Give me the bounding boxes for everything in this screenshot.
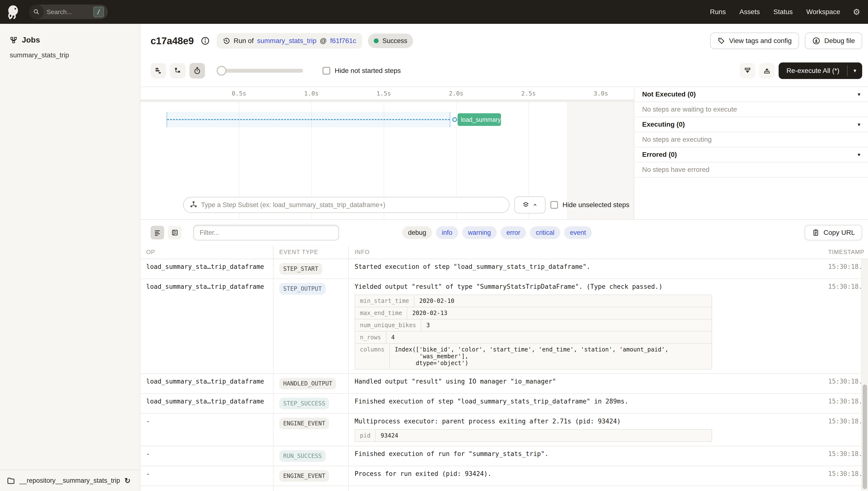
chevron-up-icon [532,202,538,208]
step-panel-section-header[interactable]: Errored (0)▾ [634,147,868,162]
section-title: Errored (0) [642,151,677,158]
view-tags-button[interactable]: View tags and config [710,33,799,49]
commit-link[interactable]: f61f761c [330,37,356,45]
log-row[interactable]: load_summary_sta…trip_dataframeHANDLED_O… [141,374,868,394]
collapse-panel-icon[interactable] [740,63,755,79]
level-chip-info[interactable]: info [436,226,458,239]
gear-icon[interactable]: ⚙ [853,8,860,16]
op-selector-icon [189,201,198,209]
log-info-text: Finished execution of run for "summary_s… [354,450,817,458]
log-info: Finished execution of run for "summary_s… [349,446,823,466]
chevron-down-icon: ▾ [858,121,860,127]
copy-url-button[interactable]: Copy URL [805,225,862,240]
step-waiting-span [166,112,450,127]
nav-link-status[interactable]: Status [774,8,793,16]
axis-tick-label: 2.0s [449,90,463,97]
success-dot-icon [374,38,379,43]
metadata-value: 3 [422,319,434,331]
gantt-timed-view-icon[interactable] [189,63,205,79]
dagster-run-page: / RunsAssetsStatusWorkspace ⚙ Jobs summa… [0,0,868,491]
log-row[interactable]: -ENGINE_EVENTProcess for run exited (pid… [141,466,868,486]
reexecute-dropdown-caret[interactable]: ▾ [847,62,862,79]
hide-unselected-row: Hide unselected steps [550,201,629,209]
log-row[interactable]: -ENGINE_EVENTMultiprocess executor: pare… [141,414,868,446]
log-info: Multiprocess executor: parent process ex… [349,414,823,446]
column-header-event-type: EVENT TYPE [274,246,349,259]
refresh-icon[interactable]: ↻ [124,476,130,485]
level-chip-error[interactable]: error [500,226,526,239]
metadata-key: pid [355,430,376,441]
run-of-label: Run of [234,37,254,45]
step-panel-section-header[interactable]: Executing (0)▾ [634,117,868,132]
metadata-value: 2020-02-13 [407,307,452,319]
nav-link-workspace[interactable]: Workspace [806,8,840,16]
job-link[interactable]: summary_stats_trip [257,37,316,45]
log-row[interactable]: -RUN_SUCCESSFinished execution of run fo… [141,446,868,466]
sidebar-job-item[interactable]: summary_stats_trip [0,45,140,59]
search-input[interactable] [46,8,88,16]
debug-file-button[interactable]: Debug file [805,33,862,49]
log-op: - [141,446,274,466]
chevron-down-icon: ▾ [858,91,860,97]
graph-query-toggle-button[interactable] [515,196,546,213]
gantt-step-bar[interactable]: load_summary_stats_trip_dataframe [458,113,501,126]
log-row[interactable]: load_summary_sta…trip_dataframeSTEP_OUTP… [141,279,868,374]
event-type-badge: STEP_OUTPUT [279,283,326,295]
sidebar: Jobs summary_stats_trip __repository__su… [0,24,141,491]
run-of-pill: Run of summary_stats_trip @ f61f761c [217,33,362,49]
step-panel-section-header[interactable]: Not Executed (0)▾ [634,87,868,102]
gantt-waterfall-view-icon[interactable] [170,63,186,79]
metadata-row: columnsIndex(['bike_id', 'color', 'start… [355,344,712,369]
metadata-row: max_end_time2020-02-13 [355,307,712,319]
hide-unselected-checkbox[interactable] [550,201,558,209]
search-icon [29,5,44,19]
level-chip-event[interactable]: event [564,226,592,239]
metadata-value: 4 [386,331,400,343]
axis-tick-label: 3.0s [594,90,608,97]
log-info-text: Started execution of step "load_summary_… [354,263,817,270]
metadata-key: num_unique_bikes [355,319,422,331]
nav-link-assets[interactable]: Assets [740,8,760,16]
event-type-badge: RUN_SUCCESS [279,450,326,462]
sidebar-section-title: Jobs [22,35,40,45]
log-structured-view-icon[interactable] [168,226,182,239]
log-level-chips: debuginfowarningerrorcriticalevent [402,226,592,239]
level-chip-warning[interactable]: warning [462,226,497,239]
dagster-logo-icon[interactable] [5,4,21,20]
nav-link-runs[interactable]: Runs [710,8,726,16]
log-list-view-icon[interactable] [151,226,164,239]
zoom-slider[interactable] [218,69,303,73]
level-chip-debug[interactable]: debug [402,226,432,239]
metadata-value: 2020-02-10 [414,295,459,307]
metadata-key: columns [355,344,390,369]
reexecute-all-button[interactable]: Re-execute All (*) ▾ [779,62,862,79]
log-row[interactable]: load_summary_sta…trip_dataframeSTEP_SUCC… [141,394,868,414]
axis-tick-label: 1.5s [376,90,391,97]
hide-not-started-checkbox[interactable] [322,67,330,75]
log-info-text: Finished execution of step "load_summary… [354,398,817,405]
axis-tick-label: 2.5s [521,90,536,97]
hide-not-started-label: Hide not started steps [335,67,401,75]
event-type-badge: STEP_SUCCESS [279,398,329,409]
log-row[interactable]: load_summary_sta…trip_dataframeSTEP_STAR… [141,259,868,279]
event-type-badge: ENGINE_EVENT [279,470,329,482]
info-icon[interactable] [199,35,211,47]
log-scrollbar-track[interactable] [861,259,868,491]
log-event-type: ENGINE_EVENT [274,414,349,446]
column-header-op: OP [141,246,274,259]
log-info-text: Yielded output "result" of type "Summary… [354,283,817,290]
log-filter-input[interactable] [193,225,339,240]
metadata-key: n_rows [355,331,386,343]
step-subset-input[interactable] [183,197,509,213]
zoom-slider-thumb[interactable] [217,66,226,76]
status-badge: Success [368,33,413,48]
axis-tick-label: 1.0s [304,90,319,97]
history-icon [222,37,230,45]
log-scrollbar-thumb[interactable] [863,384,867,489]
waiting-dashed-line [167,119,450,120]
expand-panel-icon[interactable] [759,63,775,79]
metadata-key: min_start_time [355,295,414,307]
section-empty-text: No steps have errored [634,162,868,177]
gantt-flat-view-icon[interactable] [151,63,166,79]
level-chip-critical[interactable]: critical [530,226,560,239]
